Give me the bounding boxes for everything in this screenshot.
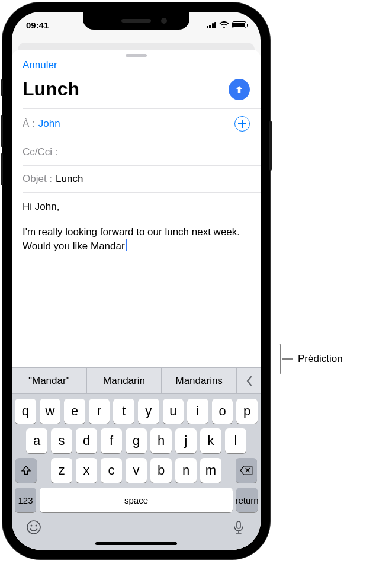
backspace-icon	[240, 466, 253, 475]
backspace-key[interactable]	[236, 458, 257, 483]
notch	[83, 12, 189, 30]
to-label: À :	[23, 118, 35, 130]
key-g[interactable]: g	[126, 428, 147, 453]
key-e[interactable]: e	[64, 399, 85, 424]
key-c[interactable]: c	[101, 458, 122, 483]
emoji-icon	[26, 520, 41, 535]
keyboard-row-bottom: 123 space return	[12, 483, 261, 516]
power-button	[269, 121, 272, 171]
key-v[interactable]: v	[126, 458, 147, 483]
compose-title: Lunch	[23, 78, 79, 100]
key-a[interactable]: a	[26, 428, 47, 453]
numbers-key[interactable]: 123	[15, 488, 36, 512]
callout-label: Prédiction	[298, 353, 343, 365]
wifi-icon	[219, 21, 229, 29]
key-u[interactable]: u	[163, 399, 184, 424]
mic-icon	[231, 520, 246, 535]
keyboard-row-1: q w e r t y u i o p	[12, 394, 261, 424]
bracket-icon	[274, 344, 281, 374]
key-r[interactable]: r	[89, 399, 110, 424]
body-text: I'm really looking forward to our lunch …	[23, 226, 240, 252]
text-cursor	[126, 239, 127, 251]
body-line: Hi John,	[23, 200, 250, 214]
key-b[interactable]: b	[150, 458, 172, 483]
key-o[interactable]: o	[212, 399, 233, 424]
prediction-collapse-button[interactable]	[237, 368, 261, 393]
email-body[interactable]: Hi John, I'm really looking forward to o…	[12, 193, 261, 367]
return-key[interactable]: return	[236, 488, 258, 512]
dictation-key[interactable]	[231, 520, 246, 537]
mute-switch	[1, 79, 3, 96]
volume-down-button	[1, 153, 3, 185]
svg-point-1	[31, 525, 33, 527]
arrow-up-icon	[234, 84, 245, 95]
key-q[interactable]: q	[15, 399, 36, 424]
key-h[interactable]: h	[150, 428, 172, 453]
send-button[interactable]	[229, 79, 250, 100]
key-j[interactable]: j	[175, 428, 197, 453]
key-s[interactable]: s	[51, 428, 72, 453]
key-i[interactable]: i	[187, 399, 208, 424]
spacer	[225, 458, 232, 483]
chevron-left-icon	[246, 376, 252, 386]
speaker	[121, 19, 151, 23]
key-y[interactable]: y	[138, 399, 159, 424]
screen: 09:41 Annuler Lunch À : John	[12, 12, 261, 550]
space-key[interactable]: space	[40, 488, 233, 512]
prediction-suggestion[interactable]: Mandarin	[87, 368, 162, 393]
key-d[interactable]: d	[76, 428, 97, 453]
cancel-button[interactable]: Annuler	[23, 59, 57, 71]
plus-icon	[238, 120, 246, 128]
cc-label: Cc/Cci :	[23, 146, 58, 158]
shift-icon	[21, 465, 31, 476]
key-f[interactable]: f	[101, 428, 122, 453]
key-l[interactable]: l	[225, 428, 246, 453]
key-x[interactable]: x	[76, 458, 97, 483]
cellular-signal-icon	[207, 22, 217, 28]
subject-label: Objet :	[23, 173, 52, 185]
keyboard-row-3: z x c v b n m	[12, 453, 261, 483]
spacer	[40, 458, 47, 483]
front-camera	[161, 18, 167, 24]
subject-field-row[interactable]: Objet : Lunch	[12, 166, 261, 192]
volume-up-button	[1, 115, 3, 147]
body-line: I'm really looking forward to our lunch …	[23, 225, 250, 254]
key-w[interactable]: w	[40, 399, 61, 424]
keyboard-fn-row	[12, 516, 261, 537]
emoji-key[interactable]	[26, 520, 41, 537]
key-m[interactable]: m	[200, 458, 221, 483]
cancel-row: Annuler	[12, 57, 261, 71]
phone-frame: 09:41 Annuler Lunch À : John	[2, 2, 270, 559]
subject-value[interactable]: Lunch	[56, 173, 250, 185]
compose-sheet: Annuler Lunch À : John Cc/Cci :	[12, 50, 261, 550]
svg-point-0	[27, 521, 40, 534]
key-t[interactable]: t	[113, 399, 134, 424]
key-z[interactable]: z	[51, 458, 72, 483]
key-p[interactable]: p	[236, 399, 258, 424]
add-recipient-button[interactable]	[234, 116, 250, 132]
battery-icon	[232, 21, 246, 28]
clock: 09:41	[26, 20, 49, 30]
svg-point-2	[36, 525, 37, 527]
cc-field-row[interactable]: Cc/Cci :	[12, 139, 261, 165]
keyboard-row-2: a s d f g h j k l	[12, 424, 261, 453]
to-value[interactable]: John	[38, 118, 231, 130]
home-indicator[interactable]	[95, 542, 177, 545]
callout-line	[282, 358, 293, 359]
key-n[interactable]: n	[175, 458, 197, 483]
prediction-bar: "Mandar" Mandarin Mandarins	[12, 368, 261, 394]
key-k[interactable]: k	[200, 428, 221, 453]
keyboard: "Mandar" Mandarin Mandarins q w e r t y …	[12, 367, 261, 550]
to-field-row[interactable]: À : John	[12, 109, 261, 139]
title-row: Lunch	[12, 71, 261, 108]
status-right	[207, 21, 247, 29]
shift-key[interactable]	[15, 458, 37, 483]
annotation-callout: Prédiction	[274, 344, 343, 374]
prediction-suggestion[interactable]: "Mandar"	[12, 368, 87, 393]
prediction-suggestion[interactable]: Mandarins	[162, 368, 237, 393]
svg-rect-3	[237, 521, 240, 528]
